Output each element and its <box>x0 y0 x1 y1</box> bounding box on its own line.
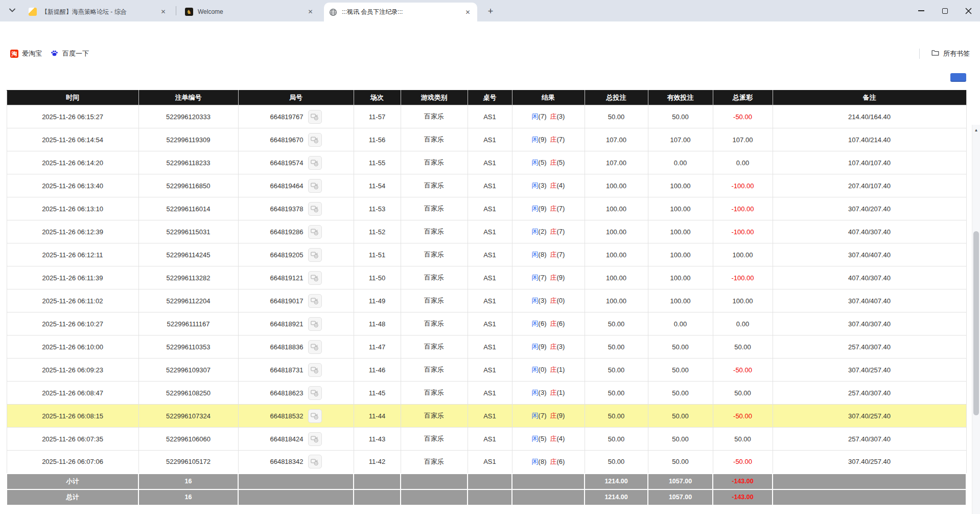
banker-score: (7) <box>557 228 565 235</box>
round-cell: 664819574 <box>238 151 354 174</box>
total-bet-cell[interactable]: 50.00 <box>585 105 648 128</box>
banker-label: 庄 <box>550 113 557 120</box>
result-cell: 闲(3)庄(1) <box>512 382 585 405</box>
subtotal-valid-bet: 1057.00 <box>648 474 713 489</box>
remark-cell: 257.40/307.40 <box>773 428 966 451</box>
close-window-button[interactable] <box>956 0 980 21</box>
subtotal-payout: -143.00 <box>713 474 773 489</box>
round-number: 664818623 <box>270 389 303 397</box>
payout-cell: -100.00 <box>713 266 773 289</box>
payout-cell: 50.00 <box>713 336 773 359</box>
bookmark-baidu[interactable]: 百度一下 <box>46 47 93 61</box>
total-bet-cell[interactable]: 100.00 <box>585 197 648 220</box>
total-valid-bet: 1057.00 <box>648 489 713 505</box>
total-bet-cell[interactable]: 50.00 <box>585 359 648 382</box>
video-replay-button[interactable] <box>308 156 322 170</box>
total-bet-cell[interactable]: 107.00 <box>585 151 648 174</box>
banker-score: (1) <box>557 366 565 373</box>
total-bet-cell[interactable]: 100.00 <box>585 243 648 266</box>
total-bet-cell[interactable]: 100.00 <box>585 220 648 243</box>
banker-label: 庄 <box>550 435 557 442</box>
minimize-button[interactable] <box>909 0 933 21</box>
vertical-scrollbar[interactable]: ▲ <box>972 125 980 514</box>
game-type-cell: 百家乐 <box>401 197 468 220</box>
bookmark-label: 百度一下 <box>62 49 89 58</box>
new-tab-button[interactable]: + <box>484 5 497 17</box>
total-bet-cell[interactable]: 100.00 <box>585 289 648 312</box>
video-replay-button[interactable] <box>308 110 322 124</box>
bookmark-aitaobao[interactable]: 淘 爱淘宝 <box>6 47 46 60</box>
time-cell: 2025-11-26 06:11:02 <box>7 289 138 312</box>
payout-cell: 100.00 <box>713 289 773 312</box>
video-replay-button[interactable] <box>308 455 322 468</box>
baidu-paw-icon <box>50 49 59 59</box>
partial-hidden-button[interactable] <box>950 73 966 82</box>
video-replay-button[interactable] <box>308 179 322 193</box>
video-replay-button[interactable] <box>308 202 322 216</box>
player-score: (0) <box>539 366 547 373</box>
subtotal-total-bet: 1214.00 <box>585 474 648 489</box>
video-replay-button[interactable] <box>308 225 322 239</box>
tab-search-chevron-icon[interactable] <box>6 5 18 17</box>
scrollbar-thumb[interactable] <box>973 231 979 415</box>
video-replay-button[interactable] <box>308 133 322 147</box>
tab-welcome[interactable]: ♞ Welcome ✕ <box>180 3 320 20</box>
video-replay-button[interactable] <box>308 363 322 377</box>
video-replay-button[interactable] <box>308 271 322 285</box>
valid-bet-cell: 50.00 <box>648 382 713 405</box>
payout-cell: 50.00 <box>713 428 773 451</box>
close-tab-icon[interactable]: ✕ <box>463 8 472 16</box>
total-bet-cell[interactable]: 50.00 <box>585 312 648 336</box>
tab-bet-records[interactable]: :::视讯 会员下注纪录::: ✕ <box>324 3 477 21</box>
player-score: (2) <box>539 228 547 235</box>
banker-score: (5) <box>557 159 565 166</box>
video-replay-icon <box>310 181 319 190</box>
total-bet-cell[interactable]: 50.00 <box>585 428 648 451</box>
video-replay-button[interactable] <box>308 432 322 446</box>
video-replay-button[interactable] <box>308 386 322 400</box>
close-tab-icon[interactable]: ✕ <box>306 8 315 16</box>
close-tab-icon[interactable]: ✕ <box>159 8 168 16</box>
welcome-favicon-icon: ♞ <box>185 8 193 16</box>
all-bookmarks-button[interactable]: 所有书签 <box>927 47 974 61</box>
banker-label: 庄 <box>550 159 557 166</box>
player-label: 闲 <box>532 251 539 258</box>
video-replay-button[interactable] <box>308 317 322 331</box>
player-score: (8) <box>539 458 547 465</box>
subtotal-label: 小计 <box>7 474 138 489</box>
scroll-up-icon[interactable]: ▲ <box>972 126 980 134</box>
maximize-button[interactable] <box>933 0 956 21</box>
payout-cell: 0.00 <box>713 312 773 336</box>
video-replay-button[interactable] <box>308 294 322 308</box>
banker-score: (6) <box>557 458 565 465</box>
total-bet-cell[interactable]: 50.00 <box>585 405 648 428</box>
total-bet-cell[interactable]: 50.00 <box>585 336 648 359</box>
time-cell: 2025-11-26 06:14:54 <box>7 128 138 151</box>
table-no-cell: AS1 <box>468 174 512 197</box>
video-replay-button[interactable] <box>308 340 322 354</box>
total-bet-cell[interactable]: 100.00 <box>585 174 648 197</box>
table-no-cell: AS1 <box>468 243 512 266</box>
total-bet-cell[interactable]: 50.00 <box>585 451 648 474</box>
bet-id-cell: 522996105172 <box>138 451 238 474</box>
payout-cell: -50.00 <box>713 405 773 428</box>
video-replay-icon <box>310 250 319 259</box>
col-bet-id: 注单编号 <box>138 91 238 105</box>
banker-label: 庄 <box>550 136 557 143</box>
tab-forum[interactable]: 【新提醒】海燕策略论坛 - 综合 ✕ <box>24 3 173 20</box>
video-replay-button[interactable] <box>308 248 322 262</box>
video-replay-icon <box>310 158 319 167</box>
round-number: 664819670 <box>270 136 303 144</box>
result-cell: 闲(5)庄(5) <box>512 151 585 174</box>
valid-bet-cell: 50.00 <box>648 105 713 128</box>
total-bet-cell[interactable]: 107.00 <box>585 128 648 151</box>
total-bet-cell[interactable]: 100.00 <box>585 266 648 289</box>
forum-favicon-icon <box>29 8 37 16</box>
video-replay-button[interactable] <box>308 409 322 423</box>
player-score: (3) <box>539 182 547 189</box>
table-no-cell: AS1 <box>468 105 512 128</box>
table-no-cell: AS1 <box>468 359 512 382</box>
payout-cell: 107.00 <box>713 128 773 151</box>
session-cell: 11-56 <box>354 128 401 151</box>
total-bet-cell[interactable]: 50.00 <box>585 382 648 405</box>
